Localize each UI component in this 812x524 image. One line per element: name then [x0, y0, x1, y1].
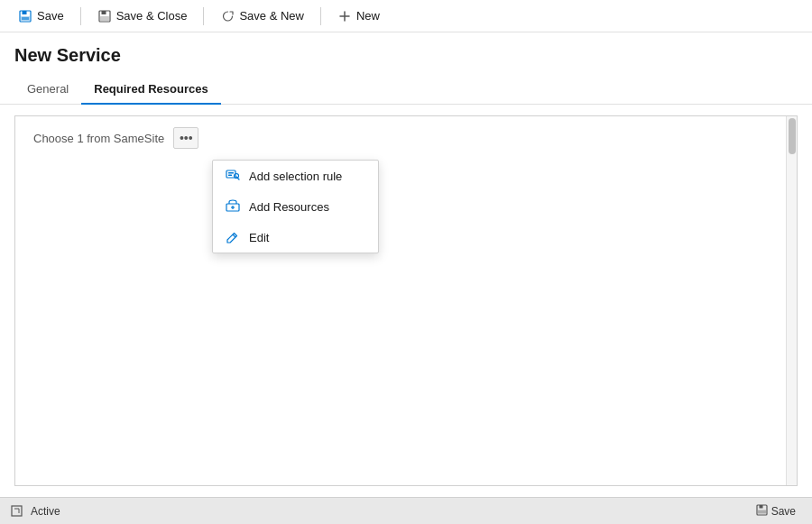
svg-rect-6: [100, 16, 109, 21]
svg-line-16: [233, 234, 235, 237]
save-button-label: Save: [37, 9, 64, 23]
save-close-button-label: Save & Close: [116, 9, 188, 23]
save-icon: [18, 9, 32, 23]
status-right: Save: [749, 502, 803, 520]
new-button[interactable]: New: [328, 5, 389, 27]
selection-rule-icon: [226, 169, 240, 183]
svg-rect-11: [228, 175, 232, 177]
status-save-button-label: Save: [771, 505, 796, 518]
edit-icon: [226, 230, 240, 244]
svg-rect-17: [12, 506, 22, 516]
new-plus-icon: [337, 9, 352, 23]
save-new-icon: [220, 9, 235, 23]
scrollbar-track[interactable]: [786, 116, 797, 485]
status-left: Active: [9, 504, 60, 519]
resources-icon: [226, 199, 240, 214]
svg-rect-20: [758, 510, 766, 513]
svg-rect-5: [101, 11, 106, 14]
tab-general[interactable]: General: [14, 75, 81, 105]
status-save-icon: [756, 504, 768, 519]
content-panel: Choose 1 from SameSite ••• Add selection…: [14, 115, 798, 486]
toolbar-separator-3: [320, 7, 321, 25]
tab-required-resources[interactable]: Required Resources: [81, 75, 220, 105]
menu-item-add-selection-rule-label: Add selection rule: [249, 170, 342, 183]
svg-rect-10: [228, 172, 234, 174]
choose-row: Choose 1 from SameSite •••: [15, 116, 797, 160]
page-header: New Service: [0, 32, 812, 75]
page-title: New Service: [14, 45, 798, 66]
save-new-button-label: Save & New: [239, 9, 304, 23]
svg-rect-19: [759, 505, 762, 509]
tab-bar: General Required Resources: [0, 75, 812, 105]
status-save-button[interactable]: Save: [749, 502, 803, 520]
save-new-button[interactable]: Save & New: [211, 5, 313, 27]
svg-rect-1: [23, 11, 27, 14]
toolbar-separator-2: [203, 7, 204, 25]
scrollbar-thumb[interactable]: [789, 118, 796, 154]
status-active-label: Active: [31, 505, 60, 518]
toolbar-separator-1: [80, 7, 81, 25]
main-content: Choose 1 from SameSite ••• Add selection…: [0, 105, 812, 497]
save-close-icon: [97, 9, 112, 23]
status-bar: Active Save: [0, 497, 812, 524]
new-button-label: New: [356, 9, 380, 23]
save-close-button[interactable]: Save & Close: [88, 5, 197, 27]
menu-item-add-resources[interactable]: Add Resources: [213, 191, 378, 222]
svg-rect-3: [22, 17, 29, 20]
save-button[interactable]: Save: [9, 5, 73, 27]
more-dots-icon: •••: [180, 131, 193, 145]
toolbar: Save Save & Close Save & New: [0, 0, 812, 32]
menu-item-edit[interactable]: Edit: [213, 222, 378, 253]
menu-item-add-selection-rule[interactable]: Add selection rule: [213, 161, 378, 191]
status-expand-icon[interactable]: [9, 504, 23, 519]
more-options-button[interactable]: •••: [173, 127, 198, 149]
choose-label: Choose 1 from SameSite: [33, 132, 164, 145]
menu-item-edit-label: Edit: [249, 231, 269, 244]
dropdown-menu: Add selection rule Add Resources: [212, 160, 379, 253]
menu-item-add-resources-label: Add Resources: [249, 200, 329, 214]
